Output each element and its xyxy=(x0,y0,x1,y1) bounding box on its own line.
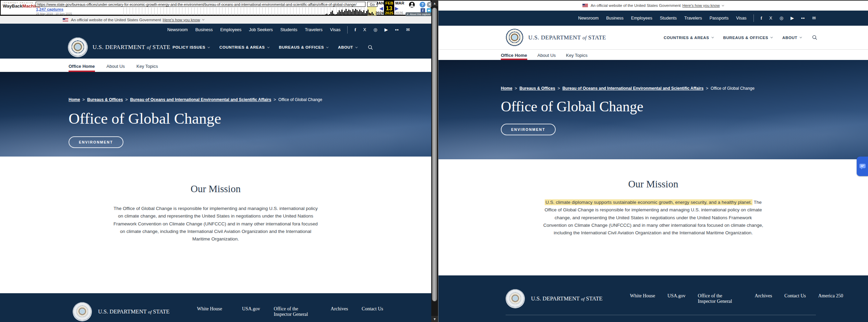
feedback-chat-tab[interactable] xyxy=(857,157,868,176)
year-2024[interactable]: 2024 xyxy=(375,11,384,15)
breadcrumb-oes-bureau[interactable]: Bureau of Oceans and International Envir… xyxy=(130,97,271,102)
nav-about[interactable]: ABOUT xyxy=(338,45,357,49)
capture-sparkline[interactable] xyxy=(325,8,376,15)
tab-about-us[interactable]: About Us xyxy=(538,53,556,60)
breadcrumb-home[interactable]: Home xyxy=(69,97,80,102)
department-brand[interactable]: U.S. DEPARTMENT of STATE xyxy=(528,34,606,41)
heres-how-link[interactable]: Here's how you know xyxy=(163,18,200,22)
nav-policy-issues[interactable]: POLICY ISSUES xyxy=(172,45,209,49)
flickr-icon[interactable]: •• xyxy=(395,27,399,32)
tab-key-topics[interactable]: Key Topics xyxy=(136,64,158,72)
sparkline-bar xyxy=(348,10,349,15)
youtube-icon[interactable]: ▶ xyxy=(385,27,388,32)
nav-countries-areas[interactable]: COUNTRIES & AREAS xyxy=(219,45,268,49)
footer-link-contact-us[interactable]: Contact Us xyxy=(784,293,806,299)
captures-count-link[interactable]: 1,247 captures xyxy=(36,7,63,11)
scroll-down-arrow[interactable]: ▼ xyxy=(431,316,438,322)
scrollbar-thumb[interactable] xyxy=(432,8,437,301)
utility-nav-item[interactable]: Visas xyxy=(330,27,340,32)
sparkline-bar xyxy=(373,14,374,15)
utility-nav-item[interactable]: Travelers xyxy=(305,27,323,32)
previous-capture-arrow[interactable]: ◀ xyxy=(379,6,383,11)
close-toolbar-icon[interactable]: ✕ xyxy=(427,2,431,8)
utility-nav-item[interactable]: Employees xyxy=(631,16,652,21)
about-this-capture-button[interactable]: About this capture xyxy=(406,12,431,16)
footer-link-usa-gov[interactable]: USA.gov xyxy=(242,306,260,312)
footer-link-white-house[interactable]: White House xyxy=(197,306,222,312)
instagram-icon[interactable]: ◎ xyxy=(373,27,377,32)
month-jan[interactable]: JAN xyxy=(376,1,384,5)
facebook-icon[interactable]: f xyxy=(761,16,762,21)
footer-link-usa-gov[interactable]: USA.gov xyxy=(667,293,686,299)
email-icon[interactable]: ✉ xyxy=(812,16,816,21)
footer-link-america-250[interactable]: America 250 xyxy=(818,293,843,299)
search-icon[interactable] xyxy=(368,45,373,50)
year-2025-active[interactable]: 2025 xyxy=(385,11,393,15)
breadcrumb-oes-bureau[interactable]: Bureau of Oceans and International Envir… xyxy=(562,86,703,91)
year-2026[interactable]: 2026 xyxy=(395,11,403,15)
footer-link-contact-us[interactable]: Contact Us xyxy=(362,306,383,312)
heres-how-link[interactable]: Here's how you know xyxy=(683,3,720,8)
utility-nav-item[interactable]: Students xyxy=(660,16,677,21)
banner-text: An official website of the United States… xyxy=(71,18,161,22)
youtube-icon[interactable]: ▶ xyxy=(791,16,794,21)
flickr-icon[interactable]: •• xyxy=(801,16,805,21)
environment-tag-button[interactable]: ENVIRONMENT xyxy=(69,136,123,148)
footer-link-inspector-general[interactable]: Office of the Inspector General xyxy=(698,293,735,304)
nav-bureaus-offices[interactable]: BUREAUS & OFFICES xyxy=(723,36,772,40)
utility-nav-item[interactable]: Business xyxy=(606,16,624,21)
search-icon[interactable] xyxy=(812,35,817,40)
breadcrumb-bureaus[interactable]: Bureaus & Offices xyxy=(519,86,555,91)
wayback-machine-logo[interactable]: INTERNET ARCHIVE WayBackMachine xyxy=(3,2,35,8)
breadcrumb: Home > Bureaus & Offices > Bureau of Oce… xyxy=(69,97,431,102)
social-icons: f X ◎ ▶ •• ✉ xyxy=(761,16,816,21)
month-feb-active[interactable]: FEB xyxy=(385,1,393,5)
footer-link-inspector-general[interactable]: Office of the Inspector General xyxy=(274,306,311,317)
utility-nav-item[interactable]: Newsroom xyxy=(578,16,599,21)
vertical-scrollbar[interactable]: ▲ ▼ xyxy=(431,0,438,322)
nav-about[interactable]: ABOUT xyxy=(782,36,801,40)
breadcrumb-home[interactable]: Home xyxy=(501,86,512,91)
x-icon[interactable]: X xyxy=(769,16,772,21)
facebook-icon[interactable]: f xyxy=(354,27,356,32)
next-capture-arrow[interactable]: ▶ xyxy=(395,6,398,11)
nav-bureaus-offices[interactable]: BUREAUS & OFFICES xyxy=(279,45,328,49)
footer-link-archives[interactable]: Archives xyxy=(331,306,348,312)
tab-office-home[interactable]: Office Home xyxy=(69,64,95,72)
capture-date-range: 25 May 2019 - 10 Sep 2025 xyxy=(36,12,72,15)
environment-tag-button[interactable]: ENVIRONMENT xyxy=(501,124,556,135)
utility-nav-item[interactable]: Passports xyxy=(710,16,729,21)
month-mar[interactable]: MAR xyxy=(395,1,404,5)
utility-nav-item[interactable]: Students xyxy=(280,27,297,32)
us-flag-icon xyxy=(582,4,588,7)
utility-nav-item[interactable]: Business xyxy=(195,27,213,32)
footer-seal xyxy=(73,302,92,321)
profile-icon[interactable] xyxy=(409,2,415,8)
state-department-seal[interactable] xyxy=(506,29,523,47)
tab-office-home[interactable]: Office Home xyxy=(501,53,527,60)
help-icon[interactable]: ? xyxy=(420,2,425,8)
state-department-seal[interactable] xyxy=(68,37,88,57)
tab-about-us[interactable]: About Us xyxy=(107,64,125,72)
email-icon[interactable]: ✉ xyxy=(406,27,410,32)
footer-link-white-house[interactable]: White House xyxy=(630,293,655,299)
footer-link-archives[interactable]: Archives xyxy=(755,293,772,299)
scroll-up-arrow[interactable]: ▲ xyxy=(431,0,438,6)
utility-nav-item[interactable]: Visas xyxy=(736,16,746,21)
wayback-url-input[interactable] xyxy=(36,2,365,7)
x-icon[interactable]: X xyxy=(363,27,366,32)
utility-nav-item[interactable]: Travelers xyxy=(684,16,702,21)
chevron-down-icon xyxy=(202,18,205,21)
utility-nav-item[interactable]: Employees xyxy=(220,27,241,32)
instagram-icon[interactable]: ◎ xyxy=(780,16,783,21)
chevron-down-icon xyxy=(326,46,328,48)
breadcrumb-bureaus[interactable]: Bureaus & Offices xyxy=(87,97,123,102)
utility-nav-item[interactable]: Newsroom xyxy=(167,27,188,32)
tab-key-topics[interactable]: Key Topics xyxy=(566,53,588,60)
department-brand[interactable]: U.S. DEPARTMENT of STATE xyxy=(93,44,170,51)
nav-countries-areas[interactable]: COUNTRIES & AREAS xyxy=(664,36,713,40)
chevron-down-icon xyxy=(267,46,269,48)
utility-nav-item[interactable]: Job Seekers xyxy=(249,27,273,32)
chevron-down-icon xyxy=(770,36,773,38)
divider xyxy=(754,14,754,22)
